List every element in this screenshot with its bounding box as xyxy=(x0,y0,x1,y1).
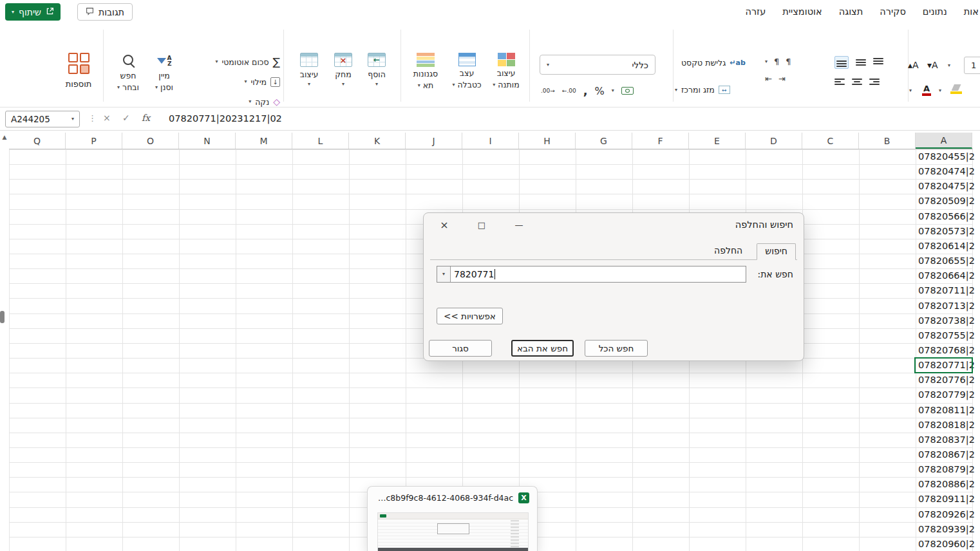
tab-replace[interactable]: החלפה xyxy=(706,243,750,260)
find-select-button[interactable]: חפש ובחר▾ xyxy=(111,53,146,92)
format-button[interactable]: עיצוב ▾ xyxy=(293,53,325,87)
combo-dropdown-button[interactable]: ▾ xyxy=(437,266,451,282)
cell-A-value[interactable]: 07820886|2 xyxy=(917,477,975,492)
font-size-input[interactable]: 1 xyxy=(964,57,980,74)
column-header-F[interactable]: F xyxy=(632,133,689,149)
cell-A-value[interactable]: 07820837|2 xyxy=(917,433,975,447)
column-header-G[interactable]: G xyxy=(576,133,632,149)
share-button[interactable]: שיתוף ▾ xyxy=(5,3,61,21)
column-header-D[interactable]: D xyxy=(746,133,802,149)
options-button[interactable]: אפשרויות >> xyxy=(437,308,503,324)
cell-A-value[interactable]: 07820475|2 xyxy=(917,179,975,194)
chevron-down-icon[interactable]: ▾ xyxy=(948,63,950,68)
cell-A-value[interactable]: 07820738|2 xyxy=(917,313,975,328)
cell-A-value[interactable]: 07820755|2 xyxy=(917,328,975,343)
formula-content[interactable]: 07820771|20231217|02 xyxy=(169,113,282,124)
cancel-entry-icon[interactable]: × xyxy=(103,113,111,123)
cell-A-value[interactable]: 07820879|2 xyxy=(917,462,975,477)
paragraph-direction-icon[interactable]: ¶ xyxy=(774,57,779,66)
add-ins-button[interactable]: תוספות xyxy=(59,53,98,109)
cell-A-value[interactable]: 07820818|2 xyxy=(917,418,975,433)
column-header-C[interactable]: C xyxy=(802,133,859,149)
column-header-O[interactable]: O xyxy=(122,133,179,149)
name-box[interactable]: A244205 ▾ xyxy=(5,111,80,127)
ribbon-tab[interactable]: נתונים xyxy=(914,0,956,23)
cell-A-value[interactable]: 07820655|2 xyxy=(917,254,975,268)
increase-indent-icon[interactable]: ⇥ xyxy=(778,74,786,84)
autosum-button[interactable]: ∑ סכום אוטומטי ▾ xyxy=(184,53,280,70)
window-thumbnail[interactable] xyxy=(377,512,529,551)
cell-A-value[interactable]: 07820779|2 xyxy=(917,388,975,402)
column-header-B[interactable]: B xyxy=(859,133,916,149)
format-as-table-button[interactable]: עצב כטבלה▾ xyxy=(451,53,483,89)
column-header-Q[interactable]: Q xyxy=(9,133,66,149)
insert-function-icon[interactable]: fx xyxy=(142,113,150,123)
formula-bar-handle-icon[interactable]: ⋮ xyxy=(88,113,97,123)
cell-A-value[interactable]: 07820911|2 xyxy=(917,492,975,507)
cell-A-value[interactable]: 07820711|2 xyxy=(917,283,975,298)
column-header-I[interactable]: I xyxy=(462,133,519,149)
select-all-corner[interactable]: ▲ xyxy=(0,133,9,149)
column-header-E[interactable]: E xyxy=(689,133,746,149)
chevron-down-icon[interactable]: ▾ xyxy=(765,59,768,64)
chevron-down-icon[interactable]: ▾ xyxy=(909,88,912,93)
cell-A-value[interactable]: 07820768|2 xyxy=(917,343,975,358)
cell-A-value[interactable]: 07820509|2 xyxy=(917,194,975,209)
cell-A-value[interactable]: 07820455|2 xyxy=(917,149,975,164)
merge-center-button[interactable]: ↔ מזג ומרכז ▾ xyxy=(675,85,730,95)
comma-style-button[interactable]: , xyxy=(583,88,588,94)
cell-A-value[interactable]: 07820573|2 xyxy=(917,224,975,239)
conditional-formatting-button[interactable]: עיצוב מותנה▾ xyxy=(488,53,524,89)
wrap-text-button[interactable]: ab↵ גלישת טקסט xyxy=(681,58,746,68)
cell-A-value[interactable]: 07820474|2 xyxy=(917,164,975,179)
column-header-M[interactable]: M xyxy=(236,133,292,149)
highlight-color-button[interactable] xyxy=(950,84,962,94)
cell-A-value[interactable]: 07820614|2 xyxy=(917,239,975,254)
ribbon-tab[interactable]: סקירה xyxy=(871,0,914,23)
comments-button[interactable]: תגובות xyxy=(77,3,133,21)
increase-decimal-button[interactable]: ←.00 xyxy=(562,88,576,94)
find-next-button[interactable]: חפש את הבא xyxy=(511,340,574,357)
find-all-button[interactable]: חפש הכל xyxy=(585,340,648,357)
chevron-down-icon[interactable]: ▾ xyxy=(612,88,614,93)
cell-styles-button[interactable]: סגנונות תא▾ xyxy=(407,53,444,90)
close-icon[interactable]: × xyxy=(428,214,461,235)
close-button[interactable]: סגור xyxy=(429,340,492,357)
confirm-entry-icon[interactable]: ✓ xyxy=(122,113,130,123)
number-format-select[interactable]: כללי ▾ xyxy=(540,55,655,75)
find-what-combobox[interactable]: ▾ 7820771 xyxy=(437,266,746,283)
taskbar-preview-card[interactable]: X …c8b9f9c8-4612-4068-934f-d4ac xyxy=(367,486,538,551)
cell-A-value[interactable]: 07820960|2 xyxy=(917,537,975,551)
font-color-button[interactable]: A xyxy=(922,84,931,96)
column-header-N[interactable]: N xyxy=(179,133,236,149)
cell-A-value[interactable]: 07820867|2 xyxy=(917,447,975,462)
cell-A-value[interactable]: 07820926|2 xyxy=(917,507,975,522)
accounting-format-button[interactable] xyxy=(621,87,634,95)
ribbon-tab[interactable]: אות xyxy=(956,0,980,23)
align-bottom-button[interactable] xyxy=(834,56,849,69)
cell-A-value[interactable]: 07820713|2 xyxy=(917,299,975,313)
cell-A-value[interactable]: 07820566|2 xyxy=(917,209,975,224)
align-middle-icon[interactable] xyxy=(856,58,866,67)
cell-A-value[interactable]: 07820664|2 xyxy=(917,268,975,283)
align-top-icon[interactable] xyxy=(873,58,883,67)
insert-button[interactable]: ← הוסף ▾ xyxy=(361,53,393,87)
vertical-scrollbar-thumb[interactable] xyxy=(0,311,5,323)
column-header-K[interactable]: K xyxy=(349,133,406,149)
ribbon-tab[interactable]: תצוגה xyxy=(831,0,872,23)
decrease-decimal-button[interactable]: .00→ xyxy=(541,88,555,94)
grow-font-button[interactable]: A▴ xyxy=(908,60,919,70)
align-left-icon[interactable] xyxy=(834,77,845,86)
column-header-L[interactable]: L xyxy=(292,133,349,149)
align-right-icon[interactable] xyxy=(869,77,880,86)
fill-button[interactable]: ↓ מילוי ▾ xyxy=(184,73,280,90)
tab-find[interactable]: חיפוש xyxy=(757,243,796,260)
cell-A-value[interactable]: 07820811|2 xyxy=(917,403,975,418)
column-header-H[interactable]: H xyxy=(519,133,576,149)
column-header-A[interactable]: A xyxy=(916,133,972,149)
minimize-icon[interactable]: — xyxy=(502,214,536,235)
shrink-font-button[interactable]: A▾ xyxy=(927,60,938,70)
ribbon-tab[interactable]: עזרה xyxy=(737,0,774,23)
align-center-icon[interactable] xyxy=(852,77,862,86)
paragraph-direction-icon[interactable]: ¶ xyxy=(786,57,791,66)
